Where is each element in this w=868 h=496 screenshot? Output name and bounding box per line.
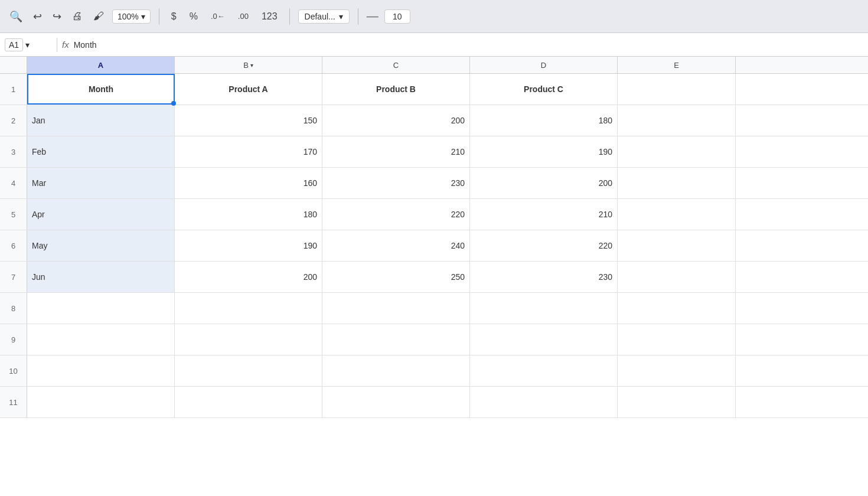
- cell-D2[interactable]: 180: [470, 105, 618, 136]
- cell-value-C3: 210: [451, 147, 465, 156]
- table-row: 8: [0, 293, 868, 324]
- cell-value-D6: 220: [599, 241, 612, 250]
- formula-input[interactable]: [74, 40, 863, 50]
- row-number-4: 4: [0, 168, 27, 198]
- cell-A9[interactable]: [27, 324, 175, 355]
- fx-label: fx: [62, 40, 69, 50]
- cell-E7[interactable]: [618, 262, 736, 292]
- table-row: 9: [0, 324, 868, 355]
- cell-A10[interactable]: [27, 355, 175, 386]
- cell-ref-box: A1: [5, 38, 23, 51]
- cell-C6[interactable]: 240: [322, 230, 470, 261]
- cell-D8[interactable]: [470, 293, 618, 324]
- cell-C4[interactable]: 230: [322, 168, 470, 198]
- cell-D4[interactable]: 200: [470, 168, 618, 198]
- cell-A6[interactable]: May: [27, 230, 175, 261]
- cell-D1[interactable]: Product C: [470, 74, 618, 105]
- cell-A4[interactable]: Mar: [27, 168, 175, 198]
- cell-D6[interactable]: 220: [470, 230, 618, 261]
- cell-B2[interactable]: 150: [175, 105, 322, 136]
- col-header-A[interactable]: A: [27, 57, 175, 73]
- col-header-B[interactable]: B ▾: [175, 57, 322, 73]
- cell-A2[interactable]: Jan: [27, 105, 175, 136]
- currency-button[interactable]: $: [168, 9, 180, 24]
- col-header-C[interactable]: C: [322, 57, 470, 73]
- search-icon[interactable]: 🔍: [7, 8, 25, 25]
- cell-C11[interactable]: [322, 387, 470, 417]
- col-b-dropdown-icon[interactable]: ▾: [250, 62, 253, 68]
- cell-E10[interactable]: [618, 355, 736, 386]
- cell-C3[interactable]: 210: [322, 136, 470, 167]
- cell-B4[interactable]: 160: [175, 168, 322, 198]
- cell-B6[interactable]: 190: [175, 230, 322, 261]
- cell-A11[interactable]: [27, 387, 175, 417]
- paint-format-icon[interactable]: 🖌: [91, 8, 106, 25]
- cell-D5[interactable]: 210: [470, 199, 618, 230]
- cell-E1[interactable]: [618, 74, 736, 105]
- divider-3: [358, 8, 358, 25]
- zoom-control[interactable]: 100% ▾: [112, 9, 151, 24]
- table-row: 1 Month Product A Product B Product C: [0, 74, 868, 105]
- cell-B5[interactable]: 180: [175, 199, 322, 230]
- col-header-D[interactable]: D: [470, 57, 618, 73]
- col-header-E[interactable]: E: [618, 57, 736, 73]
- cell-C8[interactable]: [322, 293, 470, 324]
- print-icon[interactable]: 🖨: [70, 8, 85, 25]
- cell-value-A6: May: [32, 241, 47, 250]
- cell-D11[interactable]: [470, 387, 618, 417]
- cell-B7[interactable]: 200: [175, 262, 322, 292]
- cell-value-D3: 190: [599, 147, 612, 156]
- cell-value-B4: 160: [304, 178, 317, 188]
- cell-B3[interactable]: 170: [175, 136, 322, 167]
- cell-reference[interactable]: A1 ▾: [5, 38, 52, 51]
- decimal-decrease-button[interactable]: .0←: [207, 9, 229, 23]
- cell-C5[interactable]: 220: [322, 199, 470, 230]
- font-size-input[interactable]: 10: [384, 9, 410, 24]
- redo-icon[interactable]: ↪: [50, 8, 64, 25]
- cell-E2[interactable]: [618, 105, 736, 136]
- cell-A8[interactable]: [27, 293, 175, 324]
- minus-button[interactable]: —: [367, 9, 378, 23]
- cell-B9[interactable]: [175, 324, 322, 355]
- cell-E5[interactable]: [618, 199, 736, 230]
- cell-value-C7: 250: [451, 272, 465, 282]
- cell-E9[interactable]: [618, 324, 736, 355]
- cell-B1[interactable]: Product A: [175, 74, 322, 105]
- formula-bar: A1 ▾ fx: [0, 33, 868, 57]
- percent-button[interactable]: %: [186, 9, 201, 24]
- cell-D3[interactable]: 190: [470, 136, 618, 167]
- cell-B10[interactable]: [175, 355, 322, 386]
- zoom-value: 100%: [118, 12, 139, 21]
- cell-E6[interactable]: [618, 230, 736, 261]
- cell-C9[interactable]: [322, 324, 470, 355]
- cell-value-B5: 180: [304, 210, 317, 219]
- selection-handle[interactable]: [171, 101, 176, 106]
- cell-A3[interactable]: Feb: [27, 136, 175, 167]
- cell-E8[interactable]: [618, 293, 736, 324]
- cell-D7[interactable]: 230: [470, 262, 618, 292]
- cell-A1[interactable]: Month: [27, 74, 175, 105]
- decimal-increase-button[interactable]: .00: [234, 9, 252, 23]
- row-number-3: 3: [0, 136, 27, 167]
- cell-E3[interactable]: [618, 136, 736, 167]
- cell-B8[interactable]: [175, 293, 322, 324]
- cell-D10[interactable]: [470, 355, 618, 386]
- cell-E4[interactable]: [618, 168, 736, 198]
- font-format-dropdown[interactable]: Defaul... ▾: [298, 9, 350, 24]
- cell-E11[interactable]: [618, 387, 736, 417]
- row-number-5: 5: [0, 199, 27, 230]
- cell-value-D5: 210: [599, 210, 612, 219]
- cell-A7[interactable]: Jun: [27, 262, 175, 292]
- cell-C7[interactable]: 250: [322, 262, 470, 292]
- cell-C10[interactable]: [322, 355, 470, 386]
- cell-D9[interactable]: [470, 324, 618, 355]
- undo-icon[interactable]: ↩: [31, 8, 44, 25]
- cell-B11[interactable]: [175, 387, 322, 417]
- cell-A5[interactable]: Apr: [27, 199, 175, 230]
- row-number-11: 11: [0, 387, 27, 417]
- cell-C2[interactable]: 200: [322, 105, 470, 136]
- table-row: 4 Mar 160 230 200: [0, 168, 868, 199]
- table-row: 7 Jun 200 250 230: [0, 262, 868, 293]
- cell-C1[interactable]: Product B: [322, 74, 470, 105]
- number-type-button[interactable]: 123: [258, 9, 281, 24]
